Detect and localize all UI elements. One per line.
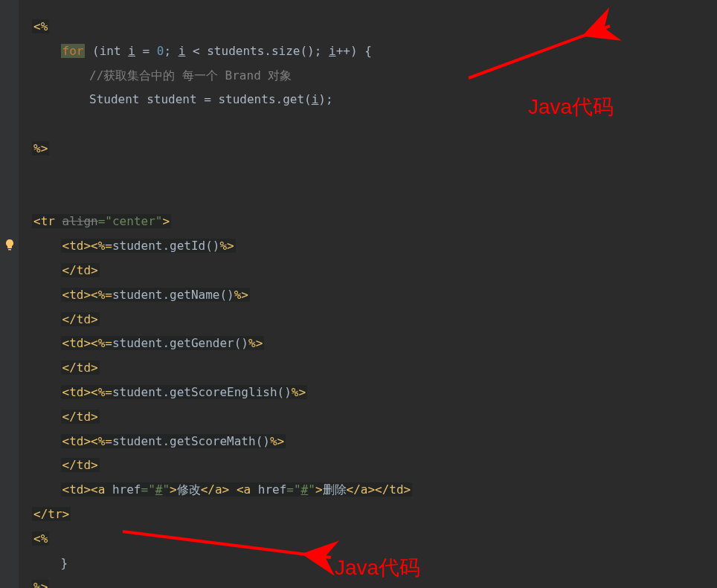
code-line: </td> xyxy=(26,453,717,478)
code-line: %> xyxy=(26,575,717,588)
code-line: Student student = students.get(i); xyxy=(26,88,717,112)
code-line: //获取集合中的 每一个 Brand 对象 xyxy=(26,64,717,88)
code-line: <td><%=student.getName()%> xyxy=(26,283,717,308)
code-line: <% xyxy=(26,527,717,552)
code-line: %> xyxy=(26,137,717,161)
code-line: </td> xyxy=(26,259,717,283)
gutter xyxy=(0,0,19,588)
code-line: } xyxy=(26,552,717,576)
code-line: <td><%=student.getScoreMath()%> xyxy=(26,430,717,454)
code-line: </td> xyxy=(26,356,717,381)
svg-rect-0 xyxy=(8,249,11,251)
code-line: <tr align="center"> xyxy=(26,210,717,234)
code-line xyxy=(26,161,717,186)
code-line: for (int i = 0; i < students.size(); i++… xyxy=(26,39,717,64)
code-editor[interactable]: <% for (int i = 0; i < students.size(); … xyxy=(19,0,717,588)
code-line: <td><a href="#">修改</a> <a href="#">删除</a… xyxy=(26,478,717,503)
code-line: <% xyxy=(26,15,717,39)
code-line: <td><%=student.getGender()%> xyxy=(26,332,717,356)
code-line xyxy=(26,186,717,210)
code-line: </td> xyxy=(26,405,717,430)
code-line: <td><%=student.getId()%> xyxy=(26,234,717,259)
lightbulb-icon[interactable] xyxy=(4,239,16,253)
code-line: </tr> xyxy=(26,503,717,527)
code-line: <td><%=student.getScoreEnglish()%> xyxy=(26,381,717,405)
code-line: </td> xyxy=(26,308,717,332)
code-line xyxy=(26,112,717,137)
